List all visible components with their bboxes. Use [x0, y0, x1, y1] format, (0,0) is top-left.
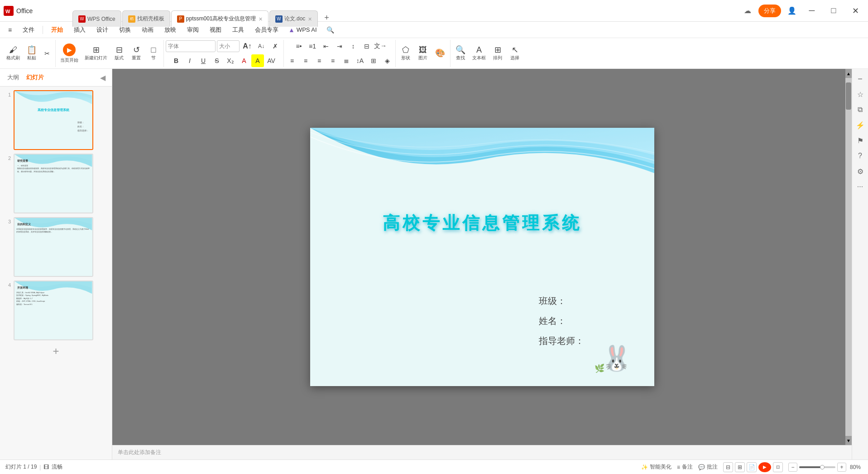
- menu-home[interactable]: 开始: [47, 24, 67, 36]
- tab-outline[interactable]: 大纲: [4, 72, 23, 83]
- reading-view-button[interactable]: 📄: [747, 462, 757, 472]
- tab-close-doc[interactable]: ×: [308, 15, 312, 23]
- tab-wps-office[interactable]: W WPS Office: [72, 10, 121, 27]
- clear-format-button[interactable]: ✗: [269, 40, 282, 53]
- text-direction-button[interactable]: ⊞: [367, 54, 380, 67]
- search-icon[interactable]: 🔍: [324, 24, 337, 36]
- minimize-button[interactable]: ─: [803, 4, 821, 18]
- tab-pptssm001[interactable]: P pptssm001高校专业信息管理 ×: [171, 10, 269, 27]
- align-center-button[interactable]: ≡: [299, 54, 312, 67]
- section-button[interactable]: □ 节: [145, 41, 162, 66]
- tab-slides[interactable]: 幻灯片: [23, 72, 48, 83]
- arrange-button[interactable]: ⊞ 排列: [489, 41, 506, 66]
- line-spacing-button[interactable]: ↕: [347, 40, 360, 53]
- remark-button[interactable]: ≡ 备注: [677, 463, 693, 471]
- right-panel-flag[interactable]: ⚑: [854, 134, 867, 147]
- select-button[interactable]: ↖ 选择: [507, 41, 523, 66]
- tab-bar: W WPS Office 稻 找稻壳模板 P pptssm001高校专业信息管理…: [72, 0, 740, 21]
- align-right-button[interactable]: ≡: [313, 54, 326, 67]
- zoom-slider[interactable]: [799, 466, 835, 468]
- columns-button[interactable]: ⊟: [360, 40, 373, 53]
- italic-button[interactable]: I: [183, 54, 196, 67]
- comment-button[interactable]: 💬 批注: [698, 463, 718, 471]
- right-panel-flash[interactable]: ⚡: [854, 119, 867, 131]
- right-panel-help[interactable]: ?: [854, 150, 867, 162]
- add-tab-button[interactable]: +: [321, 11, 333, 24]
- menu-wps-ai[interactable]: ▲ WPS AI: [285, 26, 321, 34]
- fit-button[interactable]: ⊡: [773, 462, 783, 472]
- distributed-button[interactable]: ≣: [340, 54, 353, 67]
- normal-view-button[interactable]: ⊟: [723, 462, 733, 472]
- right-panel-minimize[interactable]: −: [854, 73, 867, 85]
- close-window-button[interactable]: ✕: [846, 4, 864, 18]
- format-brush-button[interactable]: 🖌 格式刷: [4, 41, 23, 66]
- convert-text-button[interactable]: 文→: [374, 40, 387, 53]
- slide-item-2[interactable]: 2 研究背景 一、研究背景随着信息化建设的快速发展，高校专业信息管理系统成为必要…: [4, 154, 108, 213]
- menu-file[interactable]: 文件: [18, 24, 39, 36]
- slide-item-3[interactable]: 3 目的和定义 本系统旨在提高高校专业信息管理效率，实现专业信息的数字化管理。系…: [4, 217, 108, 277]
- slide-item-1[interactable]: 1: [4, 90, 108, 150]
- slide-note-area[interactable]: 单击此处添加备注: [112, 445, 852, 459]
- account-icon[interactable]: 👤: [785, 4, 799, 18]
- increase-font-button[interactable]: A↑: [241, 40, 254, 53]
- numbering-button[interactable]: ≡1: [306, 40, 319, 53]
- font-size-input[interactable]: [217, 40, 240, 52]
- menu-hamburger[interactable]: ≡: [4, 24, 16, 36]
- strikethrough-button[interactable]: S: [211, 54, 223, 67]
- zoom-in-button[interactable]: +: [837, 463, 846, 472]
- slide-item-4[interactable]: 4 开发环境 开发工具：IntelliJ IDEA, MyEclipse技术框架…: [4, 281, 108, 340]
- new-slide-button[interactable]: ⊞ 新建幻灯片: [82, 41, 110, 66]
- zoom-slider-thumb[interactable]: [820, 465, 825, 469]
- tab-doc[interactable]: W 论文.doc ×: [269, 10, 318, 27]
- shape-button[interactable]: ⬠ 形状: [398, 41, 414, 66]
- slide-fields[interactable]: 班级： 姓名： 指导老师：: [539, 291, 584, 351]
- canvas-container[interactable]: ▲ ▼: [112, 69, 852, 445]
- right-panel-star[interactable]: ☆: [854, 88, 867, 101]
- add-slide-button[interactable]: +: [4, 344, 108, 358]
- align-left-button[interactable]: ≡: [286, 54, 298, 67]
- paste-button[interactable]: 📋 粘贴: [24, 41, 40, 66]
- slide-main-title[interactable]: 高校专业信息管理系统: [310, 212, 654, 235]
- vertical-align-button[interactable]: ↕A: [354, 54, 366, 67]
- fill-button[interactable]: 🎨: [432, 41, 448, 66]
- share-button[interactable]: 分享: [758, 5, 781, 17]
- tab-close-ppt[interactable]: ×: [259, 15, 263, 23]
- scroll-up-button[interactable]: ▲: [845, 69, 852, 78]
- bullets-button[interactable]: ≡•: [293, 40, 305, 53]
- zoom-out-button[interactable]: −: [788, 463, 797, 472]
- char-spacing-button[interactable]: AV: [265, 54, 278, 67]
- justify-button[interactable]: ≡: [326, 54, 339, 67]
- find-button[interactable]: 🔍 查找: [452, 41, 469, 66]
- bold-button[interactable]: B: [170, 54, 182, 67]
- right-panel-copy[interactable]: ⧉: [854, 103, 867, 116]
- play-current-button[interactable]: ▶ 当页开始: [58, 41, 81, 66]
- textbox-button[interactable]: A 文本框: [470, 41, 489, 66]
- cut-button[interactable]: ✂: [41, 48, 53, 59]
- play-button[interactable]: ▶: [758, 462, 771, 472]
- vertical-scrollbar[interactable]: ▲ ▼: [845, 69, 852, 445]
- reset-button[interactable]: ↺ 重置: [128, 41, 144, 66]
- layout-button[interactable]: ⊟ 版式: [111, 41, 127, 66]
- scroll-thumb[interactable]: [846, 82, 851, 110]
- scroll-down-button[interactable]: ▼: [845, 436, 852, 445]
- fill-icon: 🎨: [435, 49, 445, 57]
- maximize-button[interactable]: □: [825, 4, 843, 18]
- highlight-button[interactable]: A: [251, 54, 264, 67]
- picture-button[interactable]: 🖼 图片: [415, 41, 431, 66]
- decrease-font-button[interactable]: A↓: [255, 40, 268, 53]
- underline-button[interactable]: U: [197, 54, 210, 67]
- slide-canvas[interactable]: 高校专业信息管理系统 班级： 姓名： 指导老师： 🐰 🌿: [310, 128, 654, 386]
- indent-increase-button[interactable]: ⇥: [333, 40, 346, 53]
- smart-beautify-button[interactable]: ✨ 智能美化: [641, 463, 671, 471]
- right-panel-settings[interactable]: ⚙: [854, 165, 867, 178]
- smart-art-button[interactable]: ◈: [381, 54, 393, 67]
- tab-find-template[interactable]: 稻 找稻壳模板: [122, 10, 170, 27]
- font-family-input[interactable]: [166, 40, 216, 52]
- sidebar-toggle-button[interactable]: ◀: [97, 72, 108, 83]
- cloud-icon[interactable]: ☁: [740, 4, 755, 18]
- font-color-button[interactable]: A: [238, 54, 250, 67]
- right-panel-more[interactable]: ···: [854, 180, 867, 193]
- indent-decrease-button[interactable]: ⇤: [320, 40, 332, 53]
- subscript-button[interactable]: X₂: [224, 54, 237, 67]
- grid-view-button[interactable]: ⊞: [735, 462, 745, 472]
